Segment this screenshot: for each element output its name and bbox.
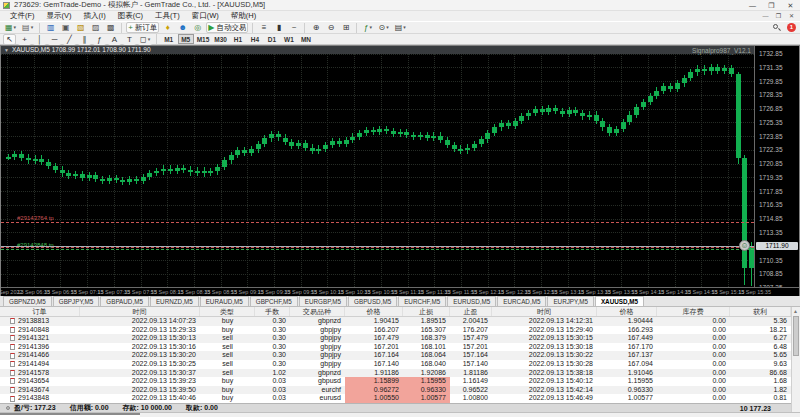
timeframe-button-h4[interactable]: H4: [247, 34, 263, 44]
table-row[interactable]: 291438482022.09.13 15:40:46buy0.03eurusd…: [0, 394, 791, 403]
label-icon[interactable]: T: [123, 34, 136, 45]
fibonacci-icon[interactable]: ƒ: [93, 34, 106, 45]
symbol-tab-eurcad[interactable]: EURCAD,M5: [497, 296, 546, 306]
timeframe-button-d1[interactable]: D1: [264, 34, 280, 44]
table-scrollbar[interactable]: ▲ ▼: [791, 307, 800, 417]
candles-chart-icon[interactable]: ▮: [272, 22, 285, 33]
menu-item-2[interactable]: 插入(I): [78, 11, 112, 21]
mdi-restore-icon[interactable]: ❐: [772, 11, 785, 21]
table-row[interactable]: 291414662022.09.13 15:30:20sell0.30gbpjp…: [0, 351, 791, 360]
menu-item-4[interactable]: 工具(T): [149, 11, 186, 21]
vertical-line-icon[interactable]: │: [33, 34, 46, 45]
timeframe-button-h1[interactable]: H1: [230, 34, 246, 44]
cell-symbol: eurchf: [290, 386, 345, 395]
minimize-icon[interactable]: —: [743, 0, 762, 11]
terminal-icon[interactable]: ▨: [89, 22, 102, 33]
indicators-icon[interactable]: ƒ▾: [361, 22, 374, 33]
new-chart-icon[interactable]: ▦▾: [3, 22, 18, 33]
column-header-11[interactable]: 获利: [730, 307, 791, 316]
new-order-button[interactable]: +新订单: [126, 22, 159, 33]
symbol-tab-xauusd[interactable]: XAUUSD,M5: [595, 296, 644, 306]
symbol-tab-euraud[interactable]: EURAUD,M5: [200, 296, 249, 306]
timeframe-button-m30[interactable]: M30: [212, 34, 229, 44]
column-header-4[interactable]: 交易品种: [290, 307, 345, 316]
mdi-minimize-icon[interactable]: —: [759, 11, 772, 21]
menu-item-0[interactable]: 文件(F): [4, 11, 41, 21]
column-header-7[interactable]: 止盈: [450, 307, 492, 316]
community-icon[interactable]: ☻: [176, 22, 189, 33]
timeframe-button-m5[interactable]: M5: [178, 34, 194, 44]
symbol-tab-eurnzd[interactable]: EURNZD,M5: [150, 296, 199, 306]
scroll-up-icon[interactable]: ▲: [793, 308, 798, 314]
menu-item-6[interactable]: 帮助(H): [225, 11, 262, 21]
zoom-out-icon[interactable]: ⊖: [324, 22, 337, 33]
cell-sl: 168.040: [403, 360, 450, 369]
column-header-1[interactable]: 时间: [80, 307, 200, 316]
table-row[interactable]: 291436542022.09.13 15:39:23buy0.03gbpusd…: [0, 377, 791, 386]
close-icon[interactable]: ✕: [781, 0, 800, 11]
symbol-tab-gbpjpy[interactable]: GBPJPY,M5: [53, 296, 100, 306]
column-header-6[interactable]: 止损: [403, 307, 450, 316]
symbol-tab-eurgbp[interactable]: EURGBP,M5: [299, 296, 347, 306]
table-row[interactable]: 291436742022.09.13 15:39:50buy0.03eurchf…: [0, 386, 791, 395]
autotrading-button[interactable]: ▶自动交易: [206, 22, 248, 33]
column-header-10[interactable]: 库存费: [657, 307, 730, 316]
column-header-9[interactable]: 价格: [597, 307, 657, 316]
horizontal-line-icon[interactable]: ─: [48, 34, 61, 45]
web-icon[interactable]: ◎: [191, 22, 204, 33]
line-chart-icon[interactable]: ~: [287, 22, 300, 33]
menu-item-1[interactable]: 显示(V): [41, 11, 78, 21]
candlestick-chart[interactable]: #29143764 tp#29143848 tp☺: [1, 46, 754, 287]
column-header-8[interactable]: 时间: [492, 307, 597, 316]
search-icon[interactable]: [773, 24, 781, 32]
text-icon[interactable]: A: [108, 34, 121, 45]
candle-body: [540, 109, 545, 112]
symbol-tab-eurusd[interactable]: EURUSD,M5: [447, 296, 496, 306]
timeframe-button-w1[interactable]: W1: [281, 34, 297, 44]
column-header-2[interactable]: 类型: [200, 307, 255, 316]
scroll-thumb[interactable]: [793, 316, 799, 356]
table-row[interactable]: 291408482022.09.13 15:29:33buy0.30gbpjpy…: [0, 326, 791, 335]
candle-body: [222, 160, 227, 166]
menu-item-5[interactable]: 窗口(W): [186, 11, 225, 21]
symbol-tab-eurjpy[interactable]: EURJPY,M5: [547, 296, 594, 306]
cell-close_price: 0.96330: [597, 386, 657, 395]
tile-windows-icon[interactable]: ⊞: [339, 22, 352, 33]
symbol-tab-gbpaud[interactable]: GBPAUD,M5: [100, 296, 149, 306]
timeframe-button-m15[interactable]: M15: [195, 34, 212, 44]
profiles-icon[interactable]: ▤▾: [20, 22, 35, 33]
trendline-icon[interactable]: ╱: [63, 34, 76, 45]
symbol-tab-eurchf[interactable]: EURCHF,M5: [398, 296, 446, 306]
templates-icon[interactable]: ▤▾: [393, 22, 408, 33]
navigator-icon[interactable]: ▧: [74, 22, 87, 33]
data-window-icon[interactable]: ▣: [59, 22, 72, 33]
zoom-in-icon[interactable]: ⊕: [309, 22, 322, 33]
alert-badge[interactable]: 1: [787, 23, 796, 32]
maximize-icon[interactable]: ❐: [762, 0, 781, 11]
column-header-5[interactable]: 价格: [345, 307, 403, 316]
strategy-tester-icon[interactable]: ▩: [104, 22, 117, 33]
channel-icon[interactable]: ∥: [78, 34, 91, 45]
order-doc-icon: [10, 318, 15, 324]
shapes-icon[interactable]: ◻▾: [138, 34, 152, 45]
column-header-3[interactable]: 手数: [255, 307, 290, 316]
metaeditor-icon[interactable]: ♦: [161, 22, 174, 33]
symbol-tab-gbpusd[interactable]: GBPUSD,M5: [348, 296, 397, 306]
mdi-close-icon[interactable]: ✕: [785, 11, 798, 21]
timeframe-button-m1[interactable]: M1: [161, 34, 177, 44]
table-row[interactable]: 291414942022.09.13 15:30:25sell0.30gbpjp…: [0, 360, 791, 369]
table-row[interactable]: 291413962022.09.13 15:30:16sell0.30gbpjp…: [0, 343, 791, 352]
cursor-icon[interactable]: ↖: [3, 34, 16, 45]
table-row[interactable]: 291415782022.09.13 15:30:37sell1.02gbpnz…: [0, 369, 791, 378]
column-header-0[interactable]: 订单: [0, 307, 80, 316]
bars-chart-icon[interactable]: ≡: [257, 22, 270, 33]
table-row[interactable]: 291388132022.09.13 14:07:23buy0.30gbpnzd…: [0, 317, 791, 326]
menu-item-3[interactable]: 图表(C): [112, 11, 149, 21]
timeframe-button-mn[interactable]: MN: [298, 34, 314, 44]
symbol-tab-gbpchf[interactable]: GBPCHF,M5: [250, 296, 298, 306]
crosshair-icon[interactable]: +: [18, 34, 31, 45]
table-row[interactable]: 291413212022.09.13 15:30:13sell0.30gbpjp…: [0, 334, 791, 343]
periods-icon[interactable]: ⊙▾: [376, 22, 390, 33]
symbol-tab-gbpnzd[interactable]: GBPNZD,M5: [3, 296, 52, 306]
market-watch-icon[interactable]: ▥: [44, 22, 57, 33]
